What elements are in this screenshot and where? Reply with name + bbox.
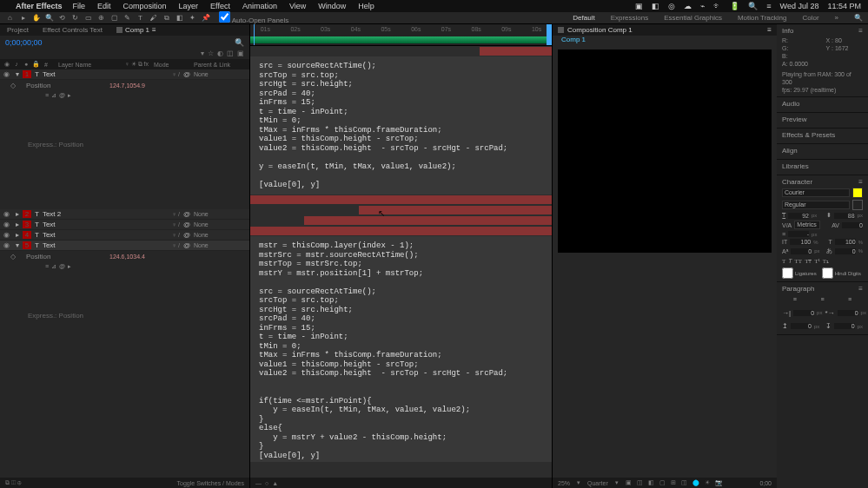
parent-select[interactable]: None — [194, 232, 246, 238]
menu-animation[interactable]: Animation — [242, 2, 277, 10]
visibility-icon[interactable]: ◉ — [3, 231, 12, 239]
status-icon[interactable]: ◧ — [652, 2, 659, 10]
layer-row[interactable]: ◉▸4TText♀ / @None — [0, 230, 249, 241]
layer-row[interactable]: ◉▾5TText♀ / @None — [0, 241, 249, 251]
libraries-panel[interactable]: Libraries — [777, 160, 868, 175]
ws-more[interactable]: » — [835, 14, 838, 22]
layer-name[interactable]: Text — [43, 70, 169, 78]
align-panel[interactable]: Align — [777, 144, 868, 160]
baseline-input[interactable] — [791, 248, 812, 254]
tab-effect-controls[interactable]: Effect Controls Text — [36, 26, 109, 34]
layer-bar[interactable] — [250, 195, 552, 204]
smallcaps-button[interactable]: Tᴛ — [805, 258, 812, 265]
exposure-icon[interactable]: ☀ — [705, 479, 710, 486]
wifi-icon[interactable]: ᯤ — [713, 2, 721, 10]
comp-end-marker[interactable] — [547, 24, 552, 45]
hand-tool[interactable]: ✋ — [31, 13, 41, 23]
panel-menu-icon[interactable]: ≡ — [767, 26, 772, 34]
menu-edit[interactable]: Edit — [97, 2, 111, 10]
parent-select[interactable]: None — [194, 71, 246, 77]
ws-expressions[interactable]: Expressions — [611, 14, 649, 22]
expr-pick-icon[interactable]: @ — [59, 92, 65, 99]
superscript-button[interactable]: T¹ — [814, 258, 819, 265]
toggle-switches[interactable]: Toggle Switches / Modes — [177, 480, 244, 486]
menu-view[interactable]: View — [289, 2, 306, 10]
layer-bar[interactable] — [304, 216, 552, 225]
expr-pick-icon[interactable]: @ — [59, 263, 65, 270]
layer-name[interactable]: Text — [43, 231, 169, 239]
align-right-button[interactable]: ≡ — [837, 294, 863, 303]
menubar-time[interactable]: 11:54 PM — [827, 2, 861, 10]
fill-color-swatch[interactable] — [852, 188, 863, 198]
font-family-select[interactable]: Courier — [782, 188, 850, 197]
parent-pick-icon[interactable]: @ — [183, 231, 190, 239]
tab-comp[interactable]: Comp 1 — [125, 26, 149, 34]
expression-editor[interactable]: mstr = thisComp.layer(index - 1); mstrSr… — [250, 236, 552, 462]
fx-icon[interactable]: ☆ — [208, 49, 214, 57]
menubar-date[interactable]: Wed Jul 28 — [780, 2, 819, 10]
ligatures-checkbox[interactable] — [782, 267, 793, 279]
menu-composition[interactable]: Composition — [123, 2, 167, 10]
tracking-input[interactable] — [842, 222, 863, 228]
ws-motion[interactable]: Motion Tracking — [738, 14, 786, 22]
visibility-icon[interactable]: ◉ — [3, 221, 12, 228]
preview-panel[interactable]: Preview — [777, 113, 868, 129]
layer-row[interactable]: ◉ ▾1 T Text ♀ / @ None — [0, 69, 249, 80]
parent-select[interactable]: None — [194, 211, 246, 217]
shy-icon[interactable]: ▾ — [201, 49, 204, 57]
shape-tool[interactable]: ▢ — [109, 13, 119, 23]
status-icon[interactable]: ◎ — [668, 2, 675, 10]
time-ruler[interactable]: 01s02s03s04s05s06s07s08s09s10s — [250, 24, 552, 46]
layer-row[interactable]: ◉▸2TText 2♀ / @None — [0, 209, 249, 220]
font-size-input[interactable] — [788, 213, 809, 219]
visibility-icon[interactable]: ◉ — [3, 70, 12, 78]
hindi-checkbox[interactable] — [822, 267, 833, 279]
prop-position[interactable]: Position — [26, 82, 104, 89]
work-area-bar[interactable] — [250, 36, 552, 43]
snapshot-icon[interactable]: 📷 — [715, 479, 723, 486]
expr-graph-icon[interactable]: ⊿ — [51, 263, 56, 270]
parent-pick-icon[interactable]: @ — [183, 241, 190, 249]
fast-preview-icon[interactable]: ▣ — [626, 479, 632, 486]
menu-help[interactable]: Help — [358, 2, 374, 10]
timecode[interactable]: 0;00;00;00 — [5, 38, 43, 47]
search-icon[interactable]: 🔍 — [854, 14, 863, 22]
zoom-in-icon[interactable]: ▲ — [272, 480, 278, 486]
parent-select[interactable]: None — [194, 221, 246, 228]
eraser-tool[interactable]: ◧ — [175, 13, 184, 23]
space-after-input[interactable] — [834, 323, 855, 329]
rotate-tool[interactable]: ↻ — [70, 13, 80, 23]
parent-select[interactable]: None — [194, 242, 246, 248]
puppet-tool[interactable]: 📌 — [201, 13, 210, 23]
stroke-width-input[interactable] — [788, 231, 809, 237]
allcaps-button[interactable]: TT — [795, 258, 803, 265]
viewer-time[interactable]: 0;00 — [759, 480, 772, 486]
layer-search-icon[interactable]: 🔍 — [235, 38, 244, 47]
transparency-icon[interactable]: ◫ — [637, 479, 643, 486]
bluetooth-icon[interactable]: ⌁ — [700, 2, 705, 10]
playhead[interactable] — [254, 24, 255, 45]
menu-window[interactable]: Window — [318, 2, 346, 10]
roi-icon[interactable]: ▢ — [659, 479, 666, 486]
render-icon[interactable]: ▣ — [237, 49, 244, 57]
bold-button[interactable]: T — [782, 258, 785, 265]
keyframe-nav[interactable]: ◇ — [10, 82, 21, 89]
app-name[interactable]: After Effects — [16, 2, 63, 10]
viewer-title[interactable]: Composition Comp 1 — [567, 26, 633, 34]
battery-icon[interactable]: 🔋 — [730, 2, 739, 10]
ws-color[interactable]: Color — [802, 14, 818, 22]
roto-tool[interactable]: ✦ — [188, 13, 197, 23]
ws-essential[interactable]: Essential Graphics — [664, 14, 722, 22]
kerning-select[interactable]: Metrics — [794, 221, 820, 229]
visibility-icon[interactable]: ◉ — [3, 210, 12, 218]
prop-value[interactable]: 124.6,1034.4 — [109, 254, 145, 260]
first-line-input[interactable] — [838, 310, 858, 316]
tab-project[interactable]: Project — [0, 26, 36, 34]
vscale-input[interactable] — [790, 239, 811, 245]
expression-editor[interactable]: src = sourceRectAtTime(); srcTop = src.t… — [250, 56, 552, 195]
menu-effect[interactable]: Effect — [210, 2, 230, 10]
layer-name[interactable]: Text 2 — [43, 210, 169, 218]
parent-pick-icon[interactable]: @ — [183, 221, 190, 228]
panel-menu-icon[interactable]: ≡ — [858, 27, 863, 35]
mb-icon[interactable]: ◐ — [217, 49, 223, 57]
